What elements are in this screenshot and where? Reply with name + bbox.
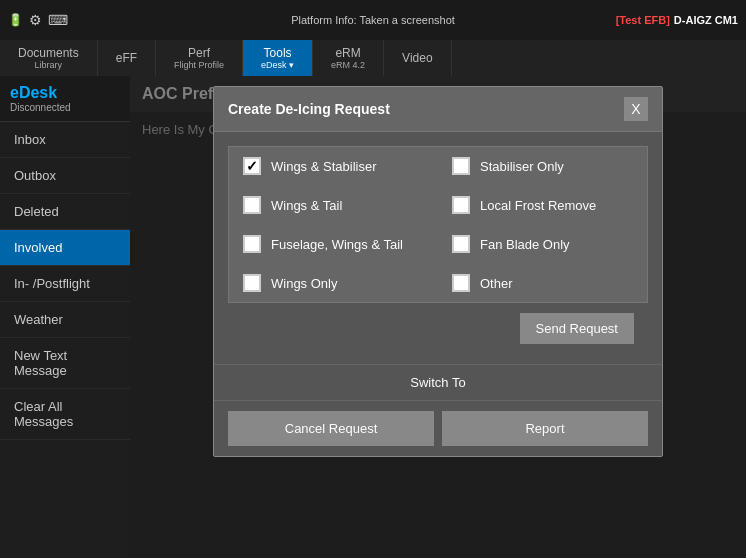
switch-to-row: Switch To <box>214 364 662 401</box>
option-wings-stabiliser[interactable]: Wings & Stabiliser <box>229 147 438 186</box>
dialog-overlay: Create De-Icing Request X Wings & Stabil… <box>130 76 746 558</box>
tab-eff[interactable]: eFF <box>98 40 156 76</box>
dialog-footer: Cancel Request Report <box>214 401 662 456</box>
tab-tools[interactable]: Tools eDesk ▾ <box>243 40 313 76</box>
sidebar-item-new-text-message[interactable]: New Text Message <box>0 338 130 389</box>
tab-perf[interactable]: Perf Flight Profile <box>156 40 243 76</box>
option-local-frost-remove[interactable]: Local Frost Remove <box>438 186 647 225</box>
battery-icon: 🔋 <box>8 13 23 27</box>
option-stabiliser-only[interactable]: Stabiliser Only <box>438 147 647 186</box>
top-bar-left: 🔋 ⚙ ⌨ <box>0 12 68 28</box>
options-grid: Wings & Stabiliser Stabiliser Only Wings… <box>228 146 648 303</box>
dialog-actions: Send Request <box>228 303 648 350</box>
checkbox-fan-blade-only[interactable] <box>452 235 470 253</box>
sidebar-item-clear-all-messages[interactable]: Clear All Messages <box>0 389 130 440</box>
sidebar-item-deleted[interactable]: Deleted <box>0 194 130 230</box>
sidebar-item-involved[interactable]: Involved <box>0 230 130 266</box>
checkbox-local-frost-remove[interactable] <box>452 196 470 214</box>
checkbox-wings-tail[interactable] <box>243 196 261 214</box>
gear-icon[interactable]: ⚙ <box>29 12 42 28</box>
checkbox-wings-stabiliser[interactable] <box>243 157 261 175</box>
option-fuselage-wings-tail[interactable]: Fuselage, Wings & Tail <box>229 225 438 264</box>
cancel-request-button[interactable]: Cancel Request <box>228 411 434 446</box>
tab-documents[interactable]: Documents Library <box>0 40 98 76</box>
option-wings-only[interactable]: Wings Only <box>229 264 438 302</box>
top-bar: 🔋 ⚙ ⌨ Platform Info: Taken a screenshot … <box>0 0 746 40</box>
sidebar: eDesk Disconnected Inbox Outbox Deleted … <box>0 76 130 558</box>
sidebar-item-inbox[interactable]: Inbox <box>0 122 130 158</box>
main-area: eDesk Disconnected Inbox Outbox Deleted … <box>0 76 746 558</box>
sidebar-item-in-postflight[interactable]: In- /Postflight <box>0 266 130 302</box>
checkbox-fuselage-wings-tail[interactable] <box>243 235 261 253</box>
sidebar-item-weather[interactable]: Weather <box>0 302 130 338</box>
report-button[interactable]: Report <box>442 411 648 446</box>
option-fan-blade-only[interactable]: Fan Blade Only <box>438 225 647 264</box>
dialog-header: Create De-Icing Request X <box>214 87 662 132</box>
option-wings-tail[interactable]: Wings & Tail <box>229 186 438 225</box>
sidebar-header: eDesk Disconnected <box>0 76 130 122</box>
checkbox-wings-only[interactable] <box>243 274 261 292</box>
send-request-button[interactable]: Send Request <box>520 313 634 344</box>
sidebar-status: Disconnected <box>10 102 120 113</box>
nav-tabs: Documents Library eFF Perf Flight Profil… <box>0 40 746 76</box>
sidebar-brand: eDesk <box>10 84 120 102</box>
tab-video[interactable]: Video <box>384 40 451 76</box>
de-icing-dialog: Create De-Icing Request X Wings & Stabil… <box>213 86 663 457</box>
top-bar-right: [Test EFB] D-AIGZ CM1 <box>616 14 746 26</box>
aircraft-id: D-AIGZ CM1 <box>674 14 738 26</box>
option-other[interactable]: Other <box>438 264 647 302</box>
switch-to-label: Switch To <box>228 375 648 390</box>
checkbox-other[interactable] <box>452 274 470 292</box>
dialog-body: Wings & Stabiliser Stabiliser Only Wings… <box>214 132 662 364</box>
keyboard-icon[interactable]: ⌨ <box>48 12 68 28</box>
tab-erm[interactable]: eRM eRM 4.2 <box>313 40 384 76</box>
checkbox-stabiliser-only[interactable] <box>452 157 470 175</box>
sidebar-item-outbox[interactable]: Outbox <box>0 158 130 194</box>
dialog-title: Create De-Icing Request <box>228 101 390 117</box>
dialog-close-button[interactable]: X <box>624 97 648 121</box>
content-area: AOC Preflight 🖨 LH773 VTBS/BKK EDDF/FRA … <box>130 76 746 558</box>
screenshot-info: Platform Info: Taken a screenshot <box>291 14 455 26</box>
test-badge: [Test EFB] <box>616 14 670 26</box>
